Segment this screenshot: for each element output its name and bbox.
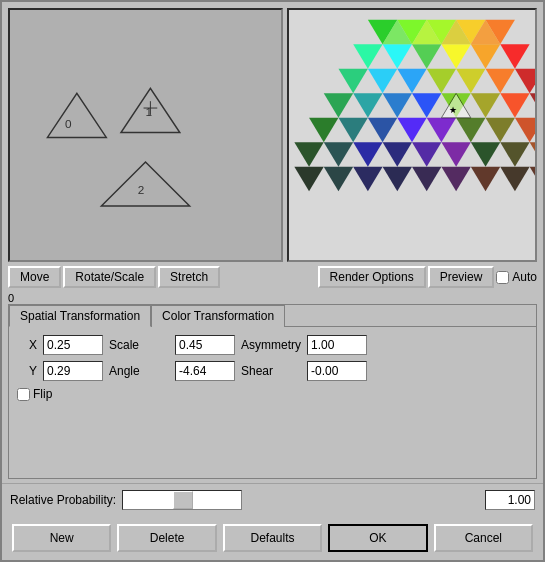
left-panel: 0 1 2 <box>8 8 283 262</box>
svg-marker-30 <box>412 93 441 118</box>
auto-checkbox[interactable] <box>496 271 509 284</box>
svg-marker-23 <box>427 69 456 94</box>
svg-marker-28 <box>353 93 382 118</box>
triangle-canvas: 0 1 2 <box>10 10 281 260</box>
move-button[interactable]: Move <box>8 266 61 288</box>
svg-marker-45 <box>324 142 353 167</box>
probability-value[interactable] <box>485 490 535 510</box>
svg-marker-60 <box>471 167 500 192</box>
svg-marker-57 <box>383 167 412 192</box>
svg-marker-14 <box>353 44 382 69</box>
probability-slider[interactable] <box>122 490 242 510</box>
asymmetry-label: Asymmetry <box>241 338 301 352</box>
svg-marker-0 <box>47 93 106 137</box>
scale-input[interactable] <box>175 335 235 355</box>
svg-marker-51 <box>500 142 529 167</box>
svg-marker-48 <box>412 142 441 167</box>
svg-marker-42 <box>515 118 535 143</box>
svg-marker-62 <box>530 167 535 192</box>
tab-spatial[interactable]: Spatial Transformation <box>9 305 151 327</box>
shear-input[interactable] <box>307 361 367 381</box>
probability-row: Relative Probability: <box>2 483 543 516</box>
svg-marker-61 <box>500 167 529 192</box>
svg-marker-37 <box>368 118 397 143</box>
asymmetry-input[interactable] <box>307 335 367 355</box>
defaults-button[interactable]: Defaults <box>223 524 322 552</box>
y-label: Y <box>17 364 37 378</box>
new-button[interactable]: New <box>12 524 111 552</box>
probability-label: Relative Probability: <box>10 493 116 507</box>
svg-marker-22 <box>397 69 426 94</box>
svg-marker-41 <box>486 118 515 143</box>
svg-marker-33 <box>500 93 529 118</box>
svg-marker-25 <box>486 69 515 94</box>
cancel-button[interactable]: Cancel <box>434 524 533 552</box>
svg-marker-26 <box>515 69 535 94</box>
svg-marker-15 <box>383 44 412 69</box>
right-panel: ★ <box>287 8 537 262</box>
preview-button[interactable]: Preview <box>428 266 495 288</box>
svg-marker-49 <box>441 142 470 167</box>
flip-row: Flip <box>17 387 528 401</box>
delete-button[interactable]: Delete <box>117 524 216 552</box>
svg-marker-44 <box>294 142 323 167</box>
svg-text:1: 1 <box>146 105 153 118</box>
svg-text:★: ★ <box>449 105 457 115</box>
toolbar: Move Rotate/Scale Stretch Render Options… <box>2 262 543 292</box>
field-row-y-angle: Y Angle Shear <box>17 361 528 381</box>
angle-input[interactable] <box>175 361 235 381</box>
slider-row: 0 <box>2 292 543 304</box>
tab-header: Spatial Transformation Color Transformat… <box>9 305 536 327</box>
ifs-fractal: ★ <box>289 10 535 260</box>
svg-marker-35 <box>309 118 338 143</box>
flip-label: Flip <box>33 387 52 401</box>
svg-marker-46 <box>353 142 382 167</box>
triangle-2[interactable]: 2 <box>101 162 189 206</box>
x-input[interactable] <box>43 335 103 355</box>
svg-marker-40 <box>456 118 485 143</box>
scale-label: Scale <box>109 338 169 352</box>
svg-marker-36 <box>338 118 367 143</box>
tabbed-panel: Spatial Transformation Color Transformat… <box>8 304 537 479</box>
x-label: X <box>17 338 37 352</box>
top-area: 0 1 2 <box>2 2 543 262</box>
field-row-x-scale: X Scale Asymmetry <box>17 335 528 355</box>
probability-slider-thumb[interactable] <box>173 491 193 509</box>
svg-marker-17 <box>441 44 470 69</box>
svg-marker-6 <box>101 162 189 206</box>
triangle-0[interactable]: 0 <box>47 93 106 137</box>
svg-marker-16 <box>412 44 441 69</box>
ok-button[interactable]: OK <box>328 524 427 552</box>
svg-marker-59 <box>441 167 470 192</box>
y-input[interactable] <box>43 361 103 381</box>
flip-checkbox[interactable] <box>17 388 30 401</box>
tab-color[interactable]: Color Transformation <box>151 305 285 327</box>
svg-marker-56 <box>353 167 382 192</box>
svg-text:2: 2 <box>138 183 145 196</box>
shear-label: Shear <box>241 364 301 378</box>
angle-label: Angle <box>109 364 169 378</box>
svg-marker-50 <box>471 142 500 167</box>
svg-marker-39 <box>427 118 456 143</box>
svg-marker-21 <box>368 69 397 94</box>
svg-marker-52 <box>530 142 535 167</box>
svg-marker-38 <box>397 118 426 143</box>
svg-marker-20 <box>338 69 367 94</box>
render-options-button[interactable]: Render Options <box>318 266 426 288</box>
slider-value-label: 0 <box>8 292 14 304</box>
svg-marker-29 <box>383 93 412 118</box>
main-window: 0 1 2 <box>0 0 545 562</box>
rotate-scale-button[interactable]: Rotate/Scale <box>63 266 156 288</box>
svg-marker-54 <box>294 167 323 192</box>
svg-marker-24 <box>456 69 485 94</box>
svg-marker-55 <box>324 167 353 192</box>
svg-marker-19 <box>500 44 529 69</box>
svg-marker-47 <box>383 142 412 167</box>
svg-marker-32 <box>471 93 500 118</box>
bottom-buttons: New Delete Defaults OK Cancel <box>2 516 543 560</box>
svg-marker-34 <box>530 93 535 118</box>
stretch-button[interactable]: Stretch <box>158 266 220 288</box>
svg-marker-58 <box>412 167 441 192</box>
triangle-1[interactable]: 1 <box>121 88 180 132</box>
tab-content-spatial: X Scale Asymmetry Y Angle Shear Flip <box>9 327 536 415</box>
